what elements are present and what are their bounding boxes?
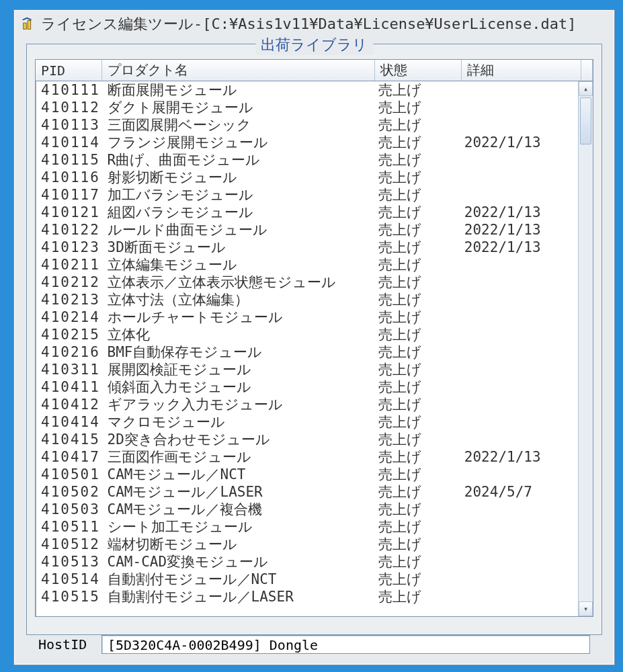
cell-name: R曲げ、曲面モジュール <box>102 151 373 169</box>
hostid-field[interactable]: [5D320C4A-0002B499] Dongle <box>101 635 590 654</box>
cell-pid: 410121 <box>36 204 102 220</box>
cell-pid: 410211 <box>36 257 102 273</box>
table-row[interactable]: 410503CAMモジュール／複合機売上げ <box>36 501 578 518</box>
table-row[interactable]: 410215立体化売上げ <box>36 326 578 343</box>
product-list[interactable]: PID プロダクト名 状態 詳細 410111断面展開モジュール売上げ41011… <box>35 59 593 617</box>
cell-detail: 2024/5/7 <box>459 484 578 500</box>
table-row[interactable]: 4104152D突き合わせモジュール売上げ <box>36 431 578 448</box>
cell-pid: 410116 <box>36 169 102 185</box>
cell-pid: 410502 <box>36 484 102 500</box>
cell-status: 売上げ <box>373 81 459 99</box>
table-row[interactable]: 410311展開図検証モジュール売上げ <box>36 361 578 378</box>
cell-status: 売上げ <box>373 185 459 204</box>
cell-pid: 410514 <box>36 571 102 587</box>
cell-pid: 410513 <box>36 554 102 570</box>
table-row[interactable]: 410414マクロモジュール売上げ <box>36 413 578 431</box>
cell-status: 売上げ <box>373 98 459 117</box>
header-pid[interactable]: PID <box>36 60 102 81</box>
table-row[interactable]: 410216BMF自動保存モジュール売上げ <box>36 343 578 361</box>
table-row[interactable]: 410212立体表示／立体表示状態モジュール売上げ <box>36 274 578 291</box>
window-title: ライセンス編集ツール-[C:¥Asis1v11¥Data¥License¥Use… <box>41 14 577 34</box>
rows-container: 410111断面展開モジュール売上げ410112ダクト展開モジュール売上げ410… <box>36 81 578 616</box>
cell-pid: 410122 <box>36 222 102 238</box>
table-row[interactable]: 410121組図バラシモジュール売上げ2022/1/13 <box>36 204 578 221</box>
table-row[interactable]: 410111断面展開モジュール売上げ <box>36 81 578 99</box>
table-row[interactable]: 410116射影切断モジュール売上げ <box>36 169 578 186</box>
cell-status: 売上げ <box>373 290 459 309</box>
cell-status: 売上げ <box>373 133 459 152</box>
svg-rect-0 <box>24 23 27 29</box>
table-row[interactable]: 410513CAM-CAD変換モジュール売上げ <box>36 553 578 571</box>
column-headers: PID プロダクト名 状態 詳細 <box>36 60 593 81</box>
cell-pid: 410501 <box>36 466 102 482</box>
table-row[interactable]: 410412ギアラック入力モジュール売上げ <box>36 396 578 413</box>
cell-pid: 410214 <box>36 309 102 325</box>
cell-status: 売上げ <box>373 587 459 606</box>
cell-status: 売上げ <box>373 203 459 222</box>
cell-status: 売上げ <box>373 378 459 396</box>
table-row[interactable]: 4101233D断面モジュール売上げ2022/1/13 <box>36 239 578 256</box>
cell-name: 射影切断モジュール <box>102 168 373 187</box>
table-row[interactable]: 410114フランジ展開モジュール売上げ2022/1/13 <box>36 134 578 151</box>
cell-pid: 410113 <box>36 117 102 133</box>
vertical-scrollbar[interactable]: ▴ ▾ <box>578 81 593 616</box>
cell-name: CAMモジュール／複合機 <box>102 500 373 519</box>
cell-status: 売上げ <box>373 535 459 554</box>
cell-status: 売上げ <box>373 448 459 466</box>
table-row[interactable]: 410514自動割付モジュール／NCT売上げ <box>36 571 578 588</box>
cell-status: 売上げ <box>373 116 459 134</box>
cell-status: 売上げ <box>373 482 459 501</box>
cell-detail: 2022/1/13 <box>459 134 578 151</box>
cell-pid: 410215 <box>36 327 102 343</box>
cell-status: 売上げ <box>373 517 459 536</box>
scroll-down-arrow-icon[interactable]: ▾ <box>579 601 593 616</box>
cell-pid: 410503 <box>36 501 102 517</box>
cell-status: 売上げ <box>373 413 459 431</box>
svg-rect-1 <box>28 21 31 30</box>
table-row[interactable]: 410417三面図作画モジュール売上げ2022/1/13 <box>36 448 578 466</box>
cell-name: 三面図作画モジュール <box>102 448 373 466</box>
header-detail[interactable]: 詳細 <box>462 60 581 81</box>
table-row[interactable]: 410411傾斜面入力モジュール売上げ <box>36 378 578 396</box>
table-row[interactable]: 410512端材切断モジュール売上げ <box>36 536 578 553</box>
cell-detail: 2022/1/13 <box>459 204 578 220</box>
cell-status: 売上げ <box>373 395 459 414</box>
cell-status: 売上げ <box>373 500 459 519</box>
scroll-up-arrow-icon[interactable]: ▴ <box>579 81 593 96</box>
cell-pid: 410216 <box>36 344 102 360</box>
cell-pid: 410512 <box>36 536 102 552</box>
cell-status: 売上げ <box>373 238 459 257</box>
table-row[interactable]: 410112ダクト展開モジュール売上げ <box>36 99 578 116</box>
cell-pid: 410511 <box>36 519 102 535</box>
table-row[interactable]: 410515自動割付モジュール／LASER売上げ <box>36 588 578 605</box>
cell-status: 売上げ <box>373 343 459 362</box>
cell-name: CAMモジュール／LASER <box>102 482 373 501</box>
cell-status: 売上げ <box>373 308 459 327</box>
cell-status: 売上げ <box>373 325 459 344</box>
table-row[interactable]: 410213立体寸法（立体編集）売上げ <box>36 291 578 308</box>
cell-name: 自動割付モジュール／LASER <box>102 587 373 606</box>
cell-pid: 410212 <box>36 274 102 290</box>
cell-pid: 410112 <box>36 99 102 116</box>
table-row[interactable]: 410502CAMモジュール／LASER売上げ2024/5/7 <box>36 483 578 501</box>
shipping-library-group: 出荷ライブラリ PID プロダクト名 状態 詳細 410111断面展開モジュール… <box>26 44 602 635</box>
header-name[interactable]: プロダクト名 <box>102 60 375 81</box>
cell-pid: 410415 <box>36 431 102 448</box>
table-row[interactable]: 410501CAMモジュール／NCT売上げ <box>36 466 578 483</box>
table-row[interactable]: 410122ルールド曲面モジュール売上げ2022/1/13 <box>36 221 578 239</box>
cell-name: 傾斜面入力モジュール <box>102 378 373 396</box>
cell-name: 立体表示／立体表示状態モジュール <box>102 273 373 292</box>
table-row[interactable]: 410117加工バラシモジュール売上げ <box>36 186 578 204</box>
cell-name: 3D断面モジュール <box>102 238 373 257</box>
table-row[interactable]: 410113三面図展開ベーシック売上げ <box>36 116 578 134</box>
scroll-thumb[interactable] <box>580 97 591 144</box>
header-status[interactable]: 状態 <box>375 60 462 81</box>
cell-name: 立体編集モジュール <box>102 255 373 274</box>
table-row[interactable]: 410115R曲げ、曲面モジュール売上げ <box>36 151 578 169</box>
cell-name: 三面図展開ベーシック <box>102 116 373 134</box>
app-icon <box>21 17 36 32</box>
table-row[interactable]: 410511シート加工モジュール売上げ <box>36 518 578 536</box>
table-row[interactable]: 410211立体編集モジュール売上げ <box>36 256 578 274</box>
client-area: 出荷ライブラリ PID プロダクト名 状態 詳細 410111断面展開モジュール… <box>26 44 602 653</box>
table-row[interactable]: 410214ホールチャートモジュール売上げ <box>36 308 578 326</box>
